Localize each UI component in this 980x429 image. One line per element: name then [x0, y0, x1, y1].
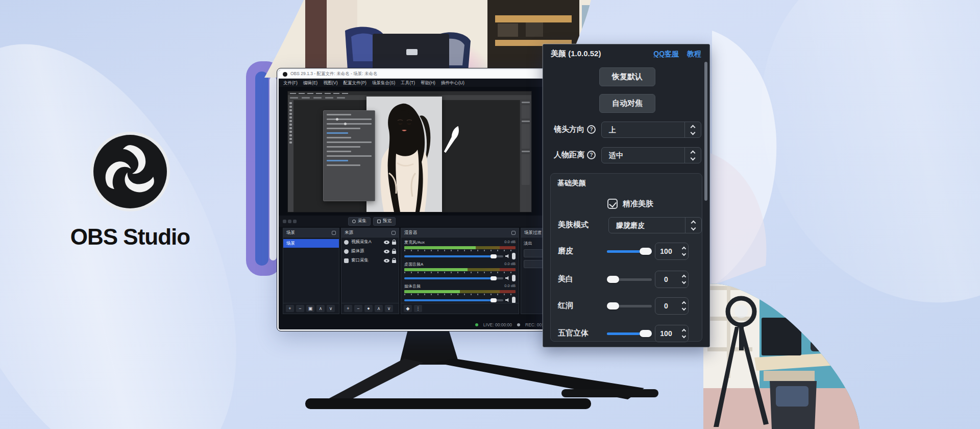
select-spinner[interactable] — [684, 148, 701, 163]
lock-icon[interactable] — [392, 242, 396, 245]
whitening-value-box[interactable]: 0 — [655, 271, 689, 288]
lock-icon[interactable] — [392, 251, 396, 254]
ps-adjustment-dialog — [323, 110, 375, 201]
qq-support-link[interactable]: QQ客服 — [653, 50, 679, 58]
mixer-dock-header: 混音器 — [401, 228, 519, 237]
tab-preview[interactable]: 预览 — [373, 217, 396, 226]
rosy-slider-row: 红润 0 — [551, 297, 702, 315]
rosy-value-box[interactable]: 0 — [655, 297, 689, 315]
popout-icon[interactable] — [511, 231, 516, 235]
obs-status-bar: LIVE: 00:00:00 REC: 00:00 — [279, 320, 553, 329]
lock-icon[interactable] — [392, 260, 396, 263]
add-source-button[interactable]: + — [344, 305, 352, 312]
smoothing-slider[interactable] — [607, 250, 652, 253]
chevron-up-icon — [682, 275, 686, 279]
audio-mixer-dock: 混音器 麦克风/Aux0.0 dB 桌面音频A0.0 dB — [401, 228, 519, 314]
mixer-menu-button[interactable]: ⋮ — [414, 305, 422, 312]
volume-slider[interactable] — [404, 255, 503, 257]
mixer-toolbar: ◆ ⋮ — [401, 303, 519, 314]
tutorial-link[interactable]: 教程 — [687, 50, 701, 58]
rosy-slider[interactable] — [607, 305, 652, 307]
camera-direction-label: 镜头方向 — [554, 125, 584, 134]
smoothing-value-box[interactable]: 100 — [655, 243, 689, 260]
help-icon[interactable]: ? — [587, 125, 596, 134]
menu-tools[interactable]: 工具(T) — [401, 80, 415, 86]
ps-toolbar — [288, 100, 293, 212]
chevron-up-icon — [682, 247, 686, 251]
source-down-button[interactable]: ∨ — [385, 305, 393, 312]
speaker-icon[interactable] — [505, 298, 510, 302]
camera-direction-select[interactable]: 上 — [601, 122, 701, 138]
chevron-down-icon — [682, 280, 686, 284]
help-icon[interactable]: ? — [587, 151, 596, 159]
visibility-icon[interactable] — [384, 250, 389, 253]
source-row[interactable]: 视频采集A — [341, 237, 399, 247]
visibility-icon[interactable] — [384, 241, 389, 244]
chevron-down-icon — [691, 225, 696, 230]
scene-list-item[interactable]: 场景 — [283, 239, 339, 248]
speaker-icon[interactable] — [505, 254, 510, 258]
desktop-background: OBS Studio OBS 29.1.3 - 配置文件: 未命名 - 场景: … — [0, 0, 980, 429]
popout-icon[interactable] — [332, 231, 336, 235]
scene-up-button[interactable]: ∧ — [316, 305, 325, 312]
ps-side-panels — [520, 100, 531, 212]
channel-options-handle[interactable] — [512, 275, 516, 281]
popout-icon[interactable] — [391, 231, 396, 235]
menu-view[interactable]: 视图(V) — [323, 80, 337, 86]
facial-depth-value-box[interactable]: 100 — [655, 325, 689, 342]
number-spinner[interactable] — [682, 243, 685, 259]
whitening-label: 美白 — [558, 274, 573, 284]
slider-handle[interactable] — [640, 248, 652, 255]
mixer-channel: 桌面音频A0.0 dB — [404, 261, 516, 281]
source-row[interactable]: 媒体源 — [341, 247, 399, 256]
source-properties-button[interactable]: ● — [364, 305, 373, 312]
speaker-icon[interactable] — [505, 276, 510, 280]
scene-down-button[interactable]: ∨ — [327, 305, 335, 312]
meter-ticks — [404, 250, 516, 251]
dock-tab-row: 采集 预览 — [279, 216, 553, 227]
remove-scene-button[interactable]: − — [296, 305, 304, 312]
whitening-slider-row: 美白 0 — [551, 271, 702, 288]
restore-defaults-button[interactable]: 恢复默认 — [599, 67, 655, 86]
number-spinner[interactable] — [682, 298, 685, 314]
slider-handle[interactable] — [640, 330, 652, 337]
number-spinner[interactable] — [682, 271, 685, 288]
select-spinner[interactable] — [685, 218, 701, 233]
volume-slider[interactable] — [404, 277, 503, 279]
precise-skin-checkbox[interactable] — [607, 199, 618, 209]
scene-filters-button[interactable]: ▣ — [306, 305, 314, 312]
menu-profile[interactable]: 配置文件(P) — [344, 80, 366, 86]
precise-skin-row: 精准美肤 — [551, 198, 702, 210]
menu-edit[interactable]: 编辑(E) — [303, 80, 317, 86]
add-scene-button[interactable]: + — [286, 305, 294, 312]
number-spinner[interactable] — [682, 325, 685, 342]
volume-slider[interactable] — [404, 299, 503, 301]
chevron-up-icon — [691, 150, 696, 155]
skin-mode-select[interactable]: 朦胧磨皮 — [608, 217, 702, 233]
rosy-label: 红润 — [558, 301, 573, 311]
rec-status-dot — [517, 323, 520, 326]
subject-distance-select[interactable]: 适中 — [601, 147, 701, 163]
mixer-filters-button[interactable]: ◆ — [404, 305, 412, 312]
menu-help[interactable]: 帮助(H) — [421, 80, 435, 86]
source-up-button[interactable]: ∧ — [375, 305, 383, 312]
menu-plugin-center[interactable]: 插件中心(U) — [441, 80, 464, 86]
group-title: 基础美颜 — [557, 179, 586, 188]
slider-handle[interactable] — [607, 302, 619, 309]
autofocus-button[interactable]: 自动对焦 — [599, 94, 655, 113]
menu-file[interactable]: 文件(F) — [283, 80, 298, 86]
ps-canvas — [293, 100, 520, 212]
tab-capture[interactable]: 采集 — [348, 217, 371, 226]
media-source-icon — [344, 249, 349, 254]
channel-options-handle[interactable] — [512, 253, 516, 259]
visibility-icon[interactable] — [384, 259, 389, 263]
source-row[interactable]: 窗口采集 — [341, 256, 399, 265]
select-spinner[interactable] — [684, 122, 701, 137]
whitening-slider[interactable] — [607, 278, 652, 281]
remove-source-button[interactable]: − — [354, 305, 362, 312]
skin-mode-row: 美肤模式 朦胧磨皮 — [551, 217, 702, 233]
menu-scene-collection[interactable]: 场景集合(S) — [372, 80, 395, 86]
chevron-up-icon — [682, 301, 686, 305]
facial-depth-slider[interactable] — [607, 332, 652, 335]
slider-handle[interactable] — [607, 276, 619, 283]
